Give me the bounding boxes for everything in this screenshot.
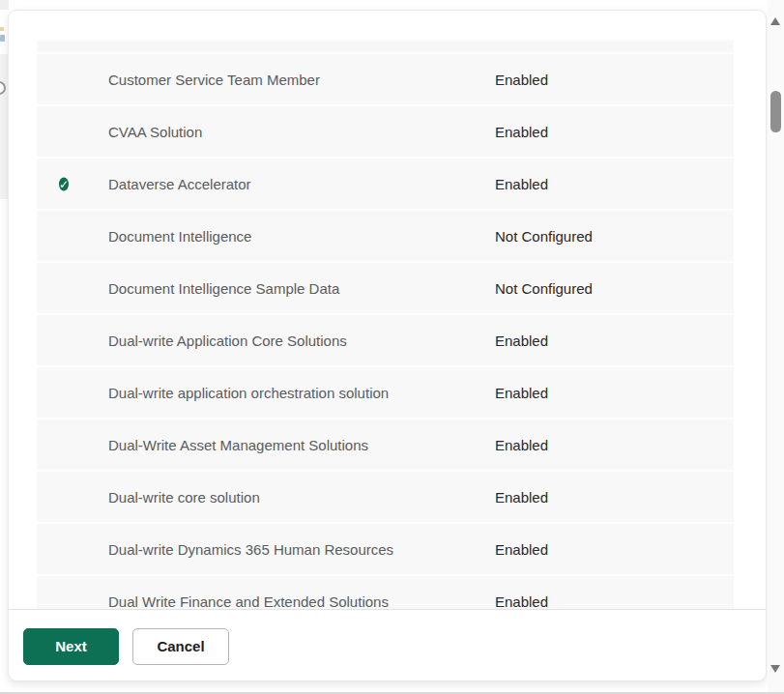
solution-name: Dual Write Finance and Extended Solution… [108, 593, 389, 610]
table-row[interactable]: ✓ Document Intelligence Not Configured [37, 211, 734, 261]
solution-name: Dual-Write Asset Management Solutions [108, 437, 368, 453]
check-circle-icon: ✓ [59, 178, 69, 191]
solution-status: Enabled [495, 385, 548, 401]
row-check-area: ✓ [59, 279, 77, 298]
solutions-list: ✓ Customer Service Team Member Enabled ✓… [37, 41, 734, 609]
scroll-up-button[interactable] [768, 10, 784, 35]
solution-status: Enabled [495, 489, 548, 506]
row-check-area: ✓ [59, 593, 77, 610]
table-row[interactable]: ✓ Dual Write Finance and Extended Soluti… [37, 576, 734, 609]
solution-name: Dual-write Application Core Solutions [108, 333, 347, 349]
solutions-dialog: ✓ Customer Service Team Member Enabled ✓… [8, 10, 767, 681]
background-top-band [0, 0, 9, 10]
solution-name: Dual-write application orchestration sol… [108, 385, 389, 401]
solution-status: Not Configured [495, 228, 593, 245]
table-row[interactable]: ✓ Document Intelligence Sample Data Not … [37, 263, 734, 313]
solution-name: Document Intelligence [108, 228, 251, 245]
scrollbar-thumb[interactable] [770, 91, 781, 132]
solutions-list-rows: ✓ Customer Service Team Member Enabled ✓… [37, 54, 734, 609]
row-check-area: ✓ [59, 488, 77, 506]
row-check-area: ✓ [59, 71, 77, 89]
solution-status: Enabled [495, 176, 548, 192]
cancel-button[interactable]: Cancel [132, 628, 229, 665]
row-check-area: ✓ [59, 175, 77, 193]
background-icon-fragment [0, 27, 4, 31]
table-row[interactable]: ✓ CVAA Solution Enabled [37, 106, 734, 157]
solution-name: Dual-write core solution [108, 489, 260, 506]
solution-status: Enabled [495, 72, 548, 88]
scroll-down-button[interactable] [768, 657, 784, 682]
table-row[interactable]: ✓ Dual-write Application Core Solutions … [37, 315, 734, 365]
solution-name: Dual-write Dynamics 365 Human Resources [108, 541, 393, 558]
row-check-area: ✓ [59, 227, 77, 246]
row-check-area: ✓ [59, 384, 77, 402]
solution-status: Enabled [495, 541, 548, 558]
solution-status: Enabled [495, 437, 548, 453]
solution-name: Customer Service Team Member [108, 72, 320, 88]
row-check-area: ✓ [59, 332, 77, 350]
solution-status: Enabled [495, 124, 548, 140]
dialog-footer: Next Cancel [9, 609, 766, 682]
table-row[interactable]: ✓ Dual-write Dynamics 365 Human Resource… [37, 524, 734, 574]
table-row[interactable]: ✓ Dual-write core solution Enabled [37, 472, 734, 522]
row-check-area: ✓ [59, 123, 77, 141]
row-check-area: ✓ [59, 436, 77, 454]
table-row[interactable]: ✓ Customer Service Team Member Enabled [37, 54, 734, 104]
next-button[interactable]: Next [23, 628, 119, 665]
solution-status: Enabled [495, 333, 548, 349]
table-row[interactable]: ✓ Dataverse Accelerator Enabled [37, 159, 734, 209]
solution-name: Dataverse Accelerator [108, 176, 251, 192]
solution-name: Document Intelligence Sample Data [108, 280, 339, 297]
row-check-area: ✓ [59, 540, 77, 559]
solution-status: Not Configured [495, 280, 593, 297]
table-row[interactable]: ✓ Dual-Write Asset Management Solutions … [37, 419, 734, 470]
scroll-up-arrow-icon [770, 17, 780, 25]
scroll-down-arrow-icon [770, 665, 780, 673]
solution-name: CVAA Solution [108, 124, 202, 140]
vertical-scrollbar[interactable] [768, 0, 784, 694]
table-row[interactable]: ✓ Dual-write application orchestration s… [37, 367, 734, 418]
background-icon-fragment [0, 35, 5, 42]
partial-row-top [37, 41, 734, 52]
solution-status: Enabled [495, 593, 548, 610]
